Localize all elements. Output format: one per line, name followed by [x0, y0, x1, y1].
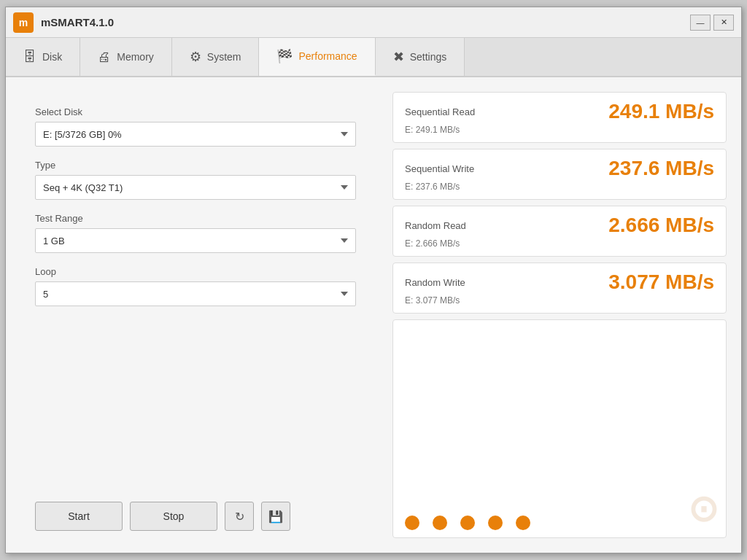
tab-bar: 🗄 Disk 🖨 Memory ⚙ System 🏁 Performance ✖…	[6, 38, 741, 77]
bottom-controls: Start Stop ↻ 💾	[35, 494, 363, 531]
random-write-value: 3.077 MB/s	[608, 271, 714, 294]
random-write-label: Random Write	[405, 277, 465, 288]
sequential-read-label: Sequential Read	[405, 106, 475, 117]
refresh-button[interactable]: ↻	[225, 502, 254, 531]
stop-button[interactable]: Stop	[130, 502, 217, 531]
sequential-write-label: Sequential Write	[405, 163, 474, 174]
dot-5	[516, 516, 530, 530]
sequential-write-sub: E: 237.6 MB/s	[405, 182, 714, 192]
select-disk-dropdown[interactable]: E: [5/3726 GB] 0%	[35, 122, 356, 147]
type-group: Type Seq + 4K (Q32 T1)	[35, 160, 363, 200]
app-logo: m	[13, 12, 34, 33]
tab-memory[interactable]: 🖨 Memory	[80, 38, 172, 76]
progress-dots	[405, 516, 530, 530]
content-area: Select Disk E: [5/3726 GB] 0% Type Seq +…	[6, 77, 741, 553]
tab-memory-label: Memory	[117, 51, 154, 63]
loop-dropdown[interactable]: 5	[35, 281, 356, 306]
disk-icon: 🗄	[23, 50, 36, 65]
tab-performance[interactable]: 🏁 Performance	[259, 38, 375, 76]
sequential-write-top: Sequential Write 237.6 MB/s	[405, 157, 714, 180]
loop-label: Loop	[35, 266, 363, 277]
select-disk-label: Select Disk	[35, 106, 363, 117]
save-icon: 💾	[268, 510, 283, 524]
test-range-label: Test Range	[35, 213, 363, 224]
loop-group: Loop 5	[35, 266, 363, 306]
tab-disk-label: Disk	[42, 51, 62, 63]
watermark: ⊙	[688, 488, 719, 530]
dot-3	[460, 516, 475, 530]
random-write-top: Random Write 3.077 MB/s	[405, 271, 714, 294]
tab-disk[interactable]: 🗄 Disk	[6, 38, 80, 76]
save-button[interactable]: 💾	[261, 502, 290, 531]
random-read-card: Random Read 2.666 MB/s E: 2.666 MB/s	[392, 206, 727, 257]
start-button[interactable]: Start	[35, 502, 123, 531]
random-read-label: Random Read	[405, 220, 466, 231]
type-dropdown[interactable]: Seq + 4K (Q32 T1)	[35, 175, 356, 200]
left-panel: Select Disk E: [5/3726 GB] 0% Type Seq +…	[20, 92, 378, 538]
random-read-sub: E: 2.666 MB/s	[405, 238, 714, 249]
sequential-read-card: Sequential Read 249.1 MB/s E: 249.1 MB/s	[392, 92, 727, 143]
random-write-card: Random Write 3.077 MB/s E: 3.077 MB/s	[392, 262, 727, 314]
test-range-dropdown[interactable]: 1 GB	[35, 228, 356, 253]
random-read-value: 2.666 MB/s	[608, 214, 714, 237]
progress-card: ⊙	[392, 319, 727, 538]
sequential-write-value: 237.6 MB/s	[608, 157, 714, 180]
sequential-write-card: Sequential Write 237.6 MB/s E: 237.6 MB/…	[392, 149, 727, 200]
title-bar: m mSMART4.1.0 — ✕	[6, 7, 741, 38]
logo-text: m	[19, 17, 28, 28]
select-disk-group: Select Disk E: [5/3726 GB] 0%	[35, 106, 363, 147]
tab-system-label: System	[207, 51, 241, 63]
tab-performance-label: Performance	[298, 50, 357, 62]
minimize-button[interactable]: —	[690, 15, 711, 31]
tab-settings[interactable]: ✖ Settings	[376, 38, 465, 76]
right-panel: Sequential Read 249.1 MB/s E: 249.1 MB/s…	[392, 92, 727, 538]
app-title: mSMART4.1.0	[41, 16, 690, 28]
close-button[interactable]: ✕	[713, 15, 734, 31]
random-write-sub: E: 3.077 MB/s	[405, 295, 714, 306]
sequential-read-value: 249.1 MB/s	[608, 100, 714, 123]
dot-1	[405, 516, 419, 530]
sequential-read-sub: E: 249.1 MB/s	[405, 125, 714, 135]
sequential-read-top: Sequential Read 249.1 MB/s	[405, 100, 714, 123]
performance-icon: 🏁	[276, 48, 293, 64]
tab-system[interactable]: ⚙ System	[172, 38, 260, 76]
test-range-group: Test Range 1 GB	[35, 213, 363, 253]
type-label: Type	[35, 160, 363, 171]
main-window: m mSMART4.1.0 — ✕ 🗄 Disk 🖨 Memory ⚙ Syst…	[5, 7, 742, 553]
system-icon: ⚙	[190, 49, 201, 65]
tab-settings-label: Settings	[410, 51, 447, 63]
window-controls: — ✕	[690, 15, 734, 31]
dot-2	[433, 516, 447, 530]
settings-icon: ✖	[393, 49, 404, 65]
refresh-icon: ↻	[235, 510, 244, 524]
random-read-top: Random Read 2.666 MB/s	[405, 214, 714, 237]
memory-icon: 🖨	[98, 50, 111, 65]
dot-4	[488, 516, 503, 530]
